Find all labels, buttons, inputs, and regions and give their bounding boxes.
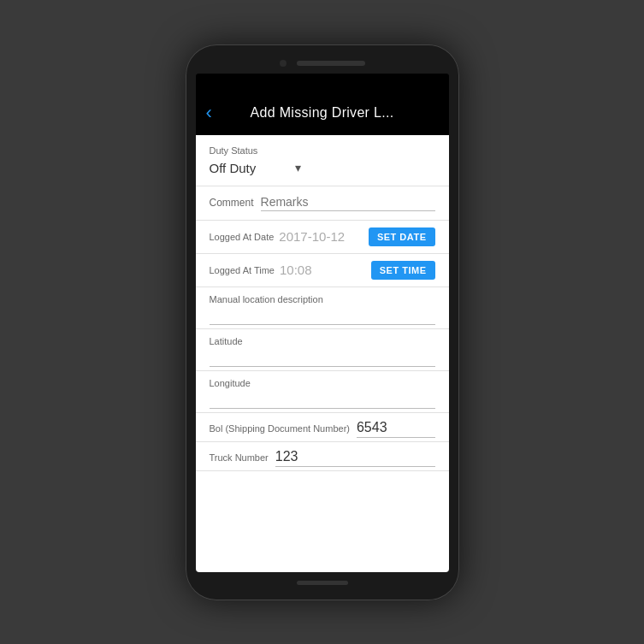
longitude-row: Longitude [196, 371, 449, 413]
page-title: Add Missing Driver L... [251, 105, 394, 121]
logged-at-date-label: Logged At Date [210, 232, 275, 242]
duty-status-select[interactable]: Off Duty On Duty Driving Sleeper Berth [210, 157, 288, 179]
truck-number-row: Truck Number 123 [196, 442, 449, 471]
form-content: Duty Status Off Duty On Duty Driving Sle… [196, 135, 449, 572]
latitude-label: Latitude [210, 336, 435, 346]
duty-status-row: Off Duty On Duty Driving Sleeper Berth ▾ [210, 157, 435, 179]
logged-at-time-value: 10:08 [280, 263, 366, 277]
set-time-button[interactable]: SET TIME [371, 261, 435, 280]
longitude-label: Longitude [210, 378, 435, 388]
set-date-button[interactable]: SET DATE [369, 227, 435, 246]
latitude-input[interactable] [210, 349, 435, 367]
phone-bottom-bar [196, 572, 449, 590]
phone-speaker [297, 61, 365, 66]
bol-value: 6543 [357, 420, 435, 438]
truck-number-value: 123 [275, 449, 435, 467]
phone-device: ‹ Add Missing Driver L... Duty Status Of… [186, 44, 459, 600]
manual-location-row: Manual location description [196, 287, 449, 329]
logged-at-date-row: Logged At Date 2017-10-12 SET DATE [196, 221, 449, 254]
status-bar [196, 74, 449, 91]
phone-top-bar [196, 55, 449, 74]
comment-label: Comment [210, 197, 254, 209]
longitude-input[interactable] [210, 391, 435, 409]
comment-row: Comment [196, 186, 449, 221]
phone-screen: ‹ Add Missing Driver L... Duty Status Of… [196, 74, 449, 572]
logged-at-time-label: Logged At Time [210, 265, 275, 275]
logged-at-time-row: Logged At Time 10:08 SET TIME [196, 254, 449, 287]
bol-label: Bol (Shipping Document Number) [210, 423, 350, 434]
bol-row: Bol (Shipping Document Number) 6543 [196, 413, 449, 442]
manual-location-label: Manual location description [210, 294, 435, 304]
back-button[interactable]: ‹ [206, 103, 212, 122]
comment-input[interactable] [261, 195, 435, 211]
duty-status-section: Duty Status Off Duty On Duty Driving Sle… [196, 135, 449, 186]
dropdown-arrow-icon: ▾ [295, 161, 301, 174]
home-indicator [297, 581, 348, 585]
latitude-row: Latitude [196, 329, 449, 371]
truck-number-label: Truck Number [210, 452, 269, 463]
app-header: ‹ Add Missing Driver L... [196, 91, 449, 135]
phone-camera [280, 60, 287, 67]
duty-status-label: Duty Status [210, 145, 435, 156]
logged-at-date-value: 2017-10-12 [279, 229, 363, 244]
manual-location-input[interactable] [210, 307, 435, 325]
